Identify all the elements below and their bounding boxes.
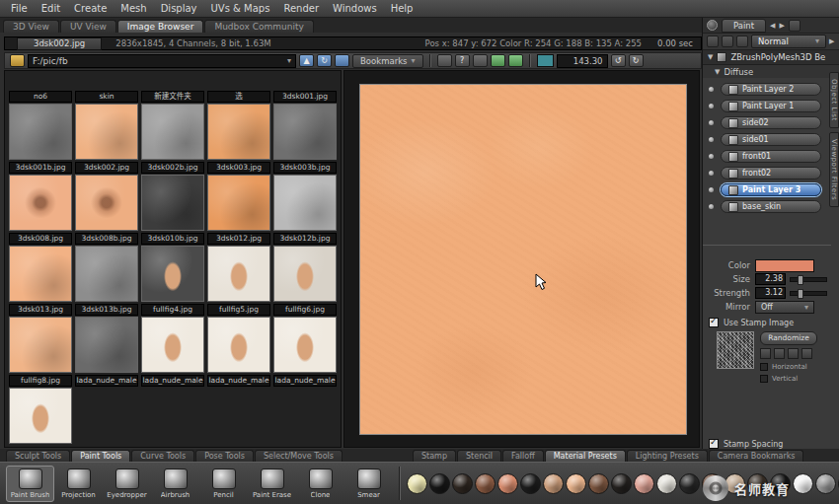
- thumbnail-image[interactable]: [75, 104, 138, 160]
- thumbnail-image[interactable]: [75, 175, 138, 231]
- thumbnail-image[interactable]: [141, 175, 204, 231]
- tool-pencil[interactable]: Pencil: [199, 467, 248, 501]
- color-swatch[interactable]: [656, 473, 677, 494]
- thumbnail-image[interactable]: [9, 317, 72, 373]
- use-stamp-checkbox[interactable]: [709, 318, 719, 327]
- collapse-icon[interactable]: ▼: [715, 68, 720, 76]
- randomize-button[interactable]: Randomize: [760, 331, 817, 345]
- tab-pose-tools[interactable]: Pose Tools: [195, 450, 254, 462]
- color-swatch[interactable]: [429, 473, 450, 494]
- redo-icon[interactable]: ↻: [629, 54, 644, 67]
- browser-cell[interactable]: 3dsk010b.jpg: [141, 233, 204, 302]
- thumbnail-image[interactable]: [9, 175, 72, 231]
- tab-image-browser[interactable]: Image Browser: [117, 20, 204, 33]
- tool-smear[interactable]: Smear: [344, 467, 393, 501]
- thumbnail-image[interactable]: [207, 175, 270, 231]
- tab-lighting-presets[interactable]: Lighting Presets: [627, 450, 708, 462]
- browser-cell[interactable]: lada_nude_male: [207, 375, 270, 444]
- thumbnail-image[interactable]: [9, 388, 72, 444]
- tab-stencil[interactable]: Stencil: [457, 450, 501, 462]
- thumbnail-image[interactable]: [75, 317, 138, 373]
- thumbnail-image[interactable]: [207, 104, 270, 160]
- side-tab-viewport-filters[interactable]: Viewport Filters: [829, 132, 839, 207]
- color-swatch[interactable]: [566, 473, 586, 494]
- tab-stamp[interactable]: Stamp: [413, 450, 456, 462]
- layer-item-front01[interactable]: front01: [721, 150, 821, 163]
- layer-item-paint-layer-3[interactable]: Paint Layer 3: [721, 183, 821, 196]
- side-tab-object-list[interactable]: Object List: [829, 72, 839, 128]
- flask-icon[interactable]: [491, 54, 505, 67]
- browser-cell[interactable]: 3dsk012.jpg: [207, 233, 270, 302]
- browser-cell[interactable]: lada_nude_male: [75, 375, 138, 444]
- menu-item-display[interactable]: Display: [154, 0, 204, 17]
- color-swatch[interactable]: [497, 473, 518, 494]
- tool-projection[interactable]: Projection: [54, 467, 103, 501]
- invert-icon[interactable]: [801, 348, 812, 359]
- panel-menu-icon[interactable]: [707, 20, 718, 31]
- thumbnail-image[interactable]: [75, 388, 138, 444]
- browser-cell[interactable]: 3dsk012b.jpg: [273, 233, 337, 302]
- vertical-checkbox[interactable]: [760, 375, 768, 383]
- layer-item-paint-layer-2[interactable]: Paint Layer 2: [721, 83, 821, 96]
- layer-visibility-dot[interactable]: [709, 171, 714, 176]
- tab-select-move-tools[interactable]: Select/Move Tools: [255, 450, 343, 462]
- thumbnail-image[interactable]: [273, 104, 337, 160]
- scroll-left-icon[interactable]: ◀: [770, 22, 775, 30]
- strength-slider[interactable]: [790, 291, 827, 296]
- thumbnail-image[interactable]: [273, 175, 337, 231]
- horizontal-checkbox[interactable]: [760, 363, 768, 371]
- browser-cell[interactable]: lada_nude_male: [141, 375, 204, 444]
- browser-cell[interactable]: 3dsk003.jpg: [207, 162, 270, 231]
- menu-item-render[interactable]: Render: [276, 0, 326, 17]
- color-swatch[interactable]: [634, 473, 654, 494]
- layer-mask-icon[interactable]: [722, 36, 733, 47]
- color-swatch[interactable]: [815, 473, 836, 494]
- browser-cell[interactable]: skin: [75, 91, 138, 160]
- undo-icon[interactable]: ↺: [611, 54, 626, 67]
- tab-paint-tools[interactable]: Paint Tools: [71, 450, 130, 462]
- browser-cell[interactable]: fullfig4.jpg: [141, 304, 204, 373]
- layer-visibility-dot[interactable]: [709, 137, 714, 142]
- tab-mudbox-community[interactable]: Mudbox Community: [204, 20, 313, 33]
- collapse-icon[interactable]: ▼: [708, 53, 713, 61]
- thumbnail-image[interactable]: [273, 317, 337, 373]
- layer-visibility-dot[interactable]: [709, 87, 714, 92]
- menu-item-file[interactable]: File: [4, 0, 35, 17]
- refresh-icon[interactable]: ↻: [317, 54, 332, 67]
- thumbnail-image[interactable]: [207, 246, 270, 302]
- color-swatch[interactable]: [793, 473, 813, 494]
- thumbnail-image[interactable]: [207, 388, 270, 444]
- browser-cell[interactable]: 3dsk008b.jpg: [75, 233, 138, 302]
- menu-item-help[interactable]: Help: [384, 0, 420, 17]
- layer-item-side01[interactable]: side01: [721, 133, 821, 146]
- rotate-icon[interactable]: [788, 348, 799, 359]
- new-folder-icon[interactable]: [10, 54, 25, 67]
- layer-visibility-dot[interactable]: [709, 120, 714, 125]
- color-swatch[interactable]: [543, 473, 564, 494]
- layer-folder-icon[interactable]: [736, 36, 748, 47]
- tool-clone[interactable]: Clone: [296, 467, 344, 501]
- thumbnail-image[interactable]: [9, 246, 72, 302]
- menu-item-uvs-maps[interactable]: UVs & Maps: [204, 0, 277, 17]
- tab-uv-view[interactable]: UV View: [60, 20, 116, 33]
- thumbnail-image[interactable]: [207, 317, 270, 373]
- menu-item-mesh[interactable]: Mesh: [114, 0, 153, 17]
- layer-visibility-dot[interactable]: [709, 154, 714, 159]
- tool-paint-brush[interactable]: Paint Brush: [6, 466, 54, 502]
- browser-cell[interactable]: 3dsk013b.jpg: [75, 304, 138, 373]
- layer-visibility-dot[interactable]: [709, 204, 714, 209]
- stamp-image-preview[interactable]: [717, 331, 754, 369]
- diffuse-group-row[interactable]: ▼ Diffuse: [703, 65, 839, 78]
- thumbnail-image[interactable]: [141, 104, 204, 160]
- browser-cell[interactable]: 3dsk002.jpg: [75, 162, 138, 231]
- menu-item-edit[interactable]: Edit: [35, 0, 67, 17]
- tab-camera-bookmarks[interactable]: Camera Bookmarks: [709, 450, 804, 462]
- browser-cell[interactable]: fullfig6.jpg: [273, 304, 337, 373]
- layer-item-paint-layer-1[interactable]: Paint Layer 1: [721, 100, 821, 112]
- browser-cell[interactable]: 3dsk008.jpg: [9, 233, 72, 302]
- mirror-dropdown[interactable]: Off ▾: [755, 301, 814, 314]
- color-swatch[interactable]: [611, 473, 632, 494]
- color-swatch[interactable]: [475, 473, 496, 494]
- thumbnail-image[interactable]: [273, 246, 337, 302]
- blend-mode-dropdown[interactable]: Normal ▾: [751, 35, 826, 48]
